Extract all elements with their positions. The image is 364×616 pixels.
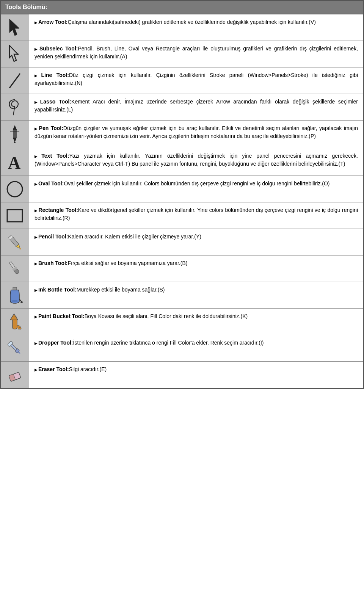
rectangle-icon	[6, 207, 24, 225]
desc-dropper: ▶Dropper Tool:İstenilen rengin üzerine t…	[29, 335, 363, 361]
desc-line: ▶Line Tool:Düz çizgi çizmek için kullanı…	[29, 67, 363, 94]
svg-rect-23	[13, 287, 17, 290]
svg-line-5	[9, 74, 20, 88]
icon-cell-line	[1, 67, 29, 94]
oval-icon	[6, 180, 24, 198]
desc-arrow: ▶Arrow Tool:Çalışma alanındaki(sahnedeki…	[29, 14, 363, 41]
svg-point-13	[7, 182, 22, 197]
lasso-icon	[6, 98, 23, 117]
svg-marker-0	[9, 19, 19, 36]
brush-icon	[6, 259, 23, 278]
tool-row-oval: ▶Oval Tool:Oval şekiller çizmek için kul…	[1, 176, 363, 202]
desc-brush: ▶Brush Tool:Fırça etkisi sağlar ve boyam…	[29, 255, 363, 282]
icon-cell-inkbottle	[1, 282, 29, 308]
desc-rectangle: ▶Rectangle Tool:Kare ve dikdörtgenel şek…	[29, 202, 363, 229]
line-icon	[6, 71, 23, 90]
tool-row-pencil: ▶Pencil Tool:Kalem aracıdır. Kalem etkis…	[1, 229, 363, 255]
tool-row-dropper: ▶Dropper Tool:İstenilen rengin üzerine t…	[1, 335, 363, 362]
icon-cell-arrow	[1, 14, 29, 41]
inkbottle-icon	[6, 286, 23, 305]
svg-line-6	[13, 106, 15, 115]
icon-cell-text: A	[1, 148, 29, 176]
svg-point-2	[9, 45, 10, 46]
svg-rect-14	[7, 210, 22, 222]
desc-inkbottle: ▶Ink Bottle Tool:Mürekkep etkisi ile boy…	[29, 282, 363, 308]
desc-pencil: ▶Pencil Tool:Kalem aracıdır. Kalem etkis…	[29, 229, 363, 255]
desc-text: ▶Text Tool:Yazı yazmak için kullanılır. …	[29, 148, 363, 176]
svg-text:A: A	[8, 153, 20, 172]
svg-point-28	[19, 327, 21, 329]
icon-cell-lasso	[1, 94, 29, 120]
eraser-icon	[6, 365, 23, 384]
icon-cell-oval	[1, 176, 29, 202]
header-title: Tools Bölümü:	[5, 4, 47, 10]
icon-cell-paintbucket	[1, 309, 29, 335]
tool-row-paintbucket: ▶Paint Bucket Tool:Boya Kovası ile seçil…	[1, 309, 363, 335]
tool-row-rectangle: ▶Rectangle Tool:Kare ve dikdörtgenel şek…	[1, 202, 363, 229]
svg-point-4	[17, 53, 19, 55]
tool-row-text: A ▶Text Tool:Yazı yazmak için kullanılır…	[1, 148, 363, 176]
desc-eraser: ▶Eraser Tool:Silgi aracıdır.(E)	[29, 362, 363, 388]
icon-cell-subselect	[1, 41, 29, 67]
desc-oval: ▶Oval Tool:Oval şekiller çizmek için kul…	[29, 176, 363, 202]
svg-line-25	[19, 299, 22, 302]
subselect-icon	[6, 45, 23, 64]
icon-cell-pencil	[1, 229, 29, 255]
svg-point-26	[20, 301, 23, 303]
tool-row-lasso: ▶Lasso Tool:Kement Aracı denir. İmajınız…	[1, 94, 363, 121]
main-container: Tools Bölümü: ▶Arrow Tool:Çalışma alanın…	[0, 0, 364, 389]
icon-cell-eraser	[1, 362, 29, 388]
svg-marker-1	[9, 45, 18, 61]
icon-cell-pen	[1, 121, 29, 148]
text-icon: A	[6, 151, 23, 172]
arrow-icon	[6, 18, 23, 37]
desc-subselect: ▶Subselec Tool:Pencil, Brush, Line, Oval…	[29, 41, 363, 67]
tool-row-pen: ▶Pen Tool:Düzgün çizgiler ve yumuşak eğr…	[1, 121, 363, 148]
tool-row-arrow: ▶Arrow Tool:Çalışma alanındaki(sahnedeki…	[1, 14, 363, 41]
dropper-icon	[6, 339, 23, 358]
pencil-icon	[6, 233, 23, 252]
tool-row-line: ▶Line Tool:Düz çizgi çizmek için kullanı…	[1, 67, 363, 94]
pen-icon	[6, 124, 23, 145]
svg-point-11	[14, 142, 16, 143]
icon-cell-rectangle	[1, 202, 29, 229]
desc-lasso: ▶Lasso Tool:Kement Aracı denir. İmajınız…	[29, 94, 363, 120]
tool-row-brush: ▶Brush Tool:Fırça etkisi sağlar ve boyam…	[1, 255, 363, 282]
svg-marker-7	[13, 125, 17, 130]
icon-cell-dropper	[1, 335, 29, 361]
tool-row-eraser: ▶Eraser Tool:Silgi aracıdır.(E)	[1, 362, 363, 388]
desc-paintbucket: ▶Paint Bucket Tool:Boya Kovası ile seçil…	[29, 309, 363, 335]
desc-pen: ▶Pen Tool:Düzgün çizgiler ve yumuşak eğr…	[29, 121, 363, 148]
tool-row-subselect: ▶Subselec Tool:Pencil, Brush, Line, Oval…	[1, 41, 363, 67]
section-header: Tools Bölümü:	[1, 1, 363, 14]
icon-cell-brush	[1, 255, 29, 282]
svg-point-3	[9, 57, 10, 58]
tool-row-inkbottle: ▶Ink Bottle Tool:Mürekkep etkisi ile boy…	[1, 282, 363, 309]
svg-point-24	[12, 300, 18, 302]
paintbucket-icon	[6, 312, 23, 331]
